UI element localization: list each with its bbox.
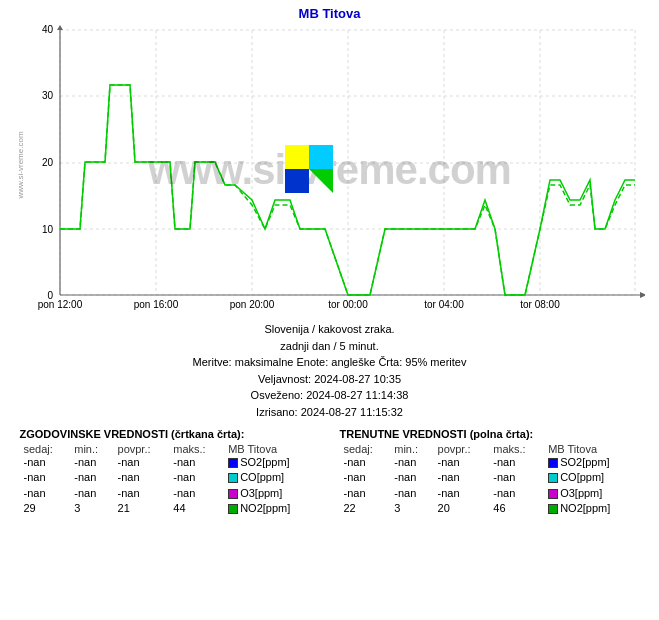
curr-label-1: CO[ppm] xyxy=(544,470,639,485)
hist-col-povpr: povpr.: xyxy=(114,443,170,455)
svg-text:40: 40 xyxy=(41,25,53,35)
curr-row-1: -nan -nan -nan -nan CO[ppm] xyxy=(340,470,640,485)
info-line-5: Osveženo: 2024-08-27 11:14:38 xyxy=(193,387,467,404)
info-line-3: Meritve: maksimalne Enote: angleške Črta… xyxy=(193,354,467,371)
info-line-6: Izrisano: 2024-08-27 11:15:32 xyxy=(193,404,467,421)
curr-min-0: -nan xyxy=(390,455,433,470)
curr-row-3: 22 3 20 46 NO2[ppm] xyxy=(340,501,640,516)
hist-min-1: -nan xyxy=(70,470,113,485)
tables-section: ZGODOVINSKE VREDNOSTI (črtkana črta): se… xyxy=(20,428,640,517)
logo-box xyxy=(285,145,333,193)
curr-color-box-0 xyxy=(548,458,558,468)
hist-min-2: -nan xyxy=(70,486,113,501)
current-table: TRENUTNE VREDNOSTI (polna črta): sedaj: … xyxy=(340,428,640,517)
hist-sedaj-0: -nan xyxy=(20,455,71,470)
hist-min-3: 3 xyxy=(70,501,113,516)
svg-text:pon 16:00: pon 16:00 xyxy=(133,299,178,310)
curr-color-box-1 xyxy=(548,473,558,483)
curr-sedaj-3: 22 xyxy=(340,501,391,516)
hist-color-box-0 xyxy=(228,458,238,468)
curr-col-povpr: povpr.: xyxy=(434,443,490,455)
hist-row-1: -nan -nan -nan -nan CO[ppm] xyxy=(20,470,320,485)
svg-text:20: 20 xyxy=(41,157,53,168)
hist-col-sedaj: sedaj: xyxy=(20,443,71,455)
info-section: Slovenija / kakovost zraka. zadnji dan /… xyxy=(193,321,467,420)
hist-povpr-0: -nan xyxy=(114,455,170,470)
svg-text:www.si-vreme.com: www.si-vreme.com xyxy=(16,131,25,199)
hist-min-0: -nan xyxy=(70,455,113,470)
curr-maks-1: -nan xyxy=(489,470,544,485)
hist-color-box-2 xyxy=(228,489,238,499)
hist-color-box-1 xyxy=(228,473,238,483)
hist-maks-0: -nan xyxy=(169,455,224,470)
curr-min-3: 3 xyxy=(390,501,433,516)
hist-label-1: CO[ppm] xyxy=(224,470,319,485)
info-line-4: Veljavnost: 2024-08-27 10:35 xyxy=(193,371,467,388)
curr-label-0: SO2[ppm] xyxy=(544,455,639,470)
svg-rect-0 xyxy=(285,145,309,169)
hist-maks-2: -nan xyxy=(169,486,224,501)
curr-sedaj-0: -nan xyxy=(340,455,391,470)
svg-marker-20 xyxy=(57,25,63,30)
curr-povpr-0: -nan xyxy=(434,455,490,470)
hist-color-box-3 xyxy=(228,504,238,514)
curr-color-box-2 xyxy=(548,489,558,499)
hist-row-3: 29 3 21 44 NO2[ppm] xyxy=(20,501,320,516)
curr-sedaj-1: -nan xyxy=(340,470,391,485)
svg-rect-2 xyxy=(285,169,309,193)
hist-col-label: MB Titova xyxy=(224,443,319,455)
info-line-1: Slovenija / kakovost zraka. xyxy=(193,321,467,338)
curr-col-label: MB Titova xyxy=(544,443,639,455)
svg-text:10: 10 xyxy=(41,224,53,235)
hist-maks-1: -nan xyxy=(169,470,224,485)
hist-sedaj-3: 29 xyxy=(20,501,71,516)
svg-text:pon 20:00: pon 20:00 xyxy=(229,299,274,310)
chart-area: www.si-vreme.com xyxy=(15,25,645,315)
chart-title: MB Titova xyxy=(299,6,361,21)
curr-povpr-3: 20 xyxy=(434,501,490,516)
hist-label-0: SO2[ppm] xyxy=(224,455,319,470)
curr-label-3: NO2[ppm] xyxy=(544,501,639,516)
hist-maks-3: 44 xyxy=(169,501,224,516)
curr-col-maks: maks.: xyxy=(489,443,544,455)
hist-label-2: O3[ppm] xyxy=(224,486,319,501)
curr-col-min: min.: xyxy=(390,443,433,455)
hist-povpr-3: 21 xyxy=(114,501,170,516)
hist-sedaj-1: -nan xyxy=(20,470,71,485)
curr-color-box-3 xyxy=(548,504,558,514)
current-table-title: TRENUTNE VREDNOSTI (polna črta): xyxy=(340,428,640,440)
historical-data-table: sedaj: min.: povpr.: maks.: MB Titova -n… xyxy=(20,443,320,517)
svg-marker-19 xyxy=(640,292,645,298)
svg-text:pon 12:00: pon 12:00 xyxy=(37,299,82,310)
main-container: MB Titova www.si-vreme.com xyxy=(0,0,659,620)
curr-maks-2: -nan xyxy=(489,486,544,501)
hist-row-2: -nan -nan -nan -nan O3[ppm] xyxy=(20,486,320,501)
curr-min-1: -nan xyxy=(390,470,433,485)
historical-table: ZGODOVINSKE VREDNOSTI (črtkana črta): se… xyxy=(20,428,320,517)
hist-col-maks: maks.: xyxy=(169,443,224,455)
info-line-2: zadnji dan / 5 minut. xyxy=(193,338,467,355)
hist-sedaj-2: -nan xyxy=(20,486,71,501)
hist-row-0: -nan -nan -nan -nan SO2[ppm] xyxy=(20,455,320,470)
hist-povpr-2: -nan xyxy=(114,486,170,501)
curr-row-0: -nan -nan -nan -nan SO2[ppm] xyxy=(340,455,640,470)
svg-rect-1 xyxy=(309,145,333,169)
curr-row-2: -nan -nan -nan -nan O3[ppm] xyxy=(340,486,640,501)
curr-col-sedaj: sedaj: xyxy=(340,443,391,455)
svg-text:tor 00:00: tor 00:00 xyxy=(328,299,368,310)
hist-label-3: NO2[ppm] xyxy=(224,501,319,516)
svg-text:tor 08:00: tor 08:00 xyxy=(520,299,560,310)
historical-table-title: ZGODOVINSKE VREDNOSTI (črtkana črta): xyxy=(20,428,320,440)
curr-povpr-1: -nan xyxy=(434,470,490,485)
svg-text:30: 30 xyxy=(41,90,53,101)
svg-marker-3 xyxy=(309,169,333,193)
current-data-table: sedaj: min.: povpr.: maks.: MB Titova -n… xyxy=(340,443,640,517)
hist-povpr-1: -nan xyxy=(114,470,170,485)
curr-sedaj-2: -nan xyxy=(340,486,391,501)
curr-min-2: -nan xyxy=(390,486,433,501)
curr-maks-3: 46 xyxy=(489,501,544,516)
svg-text:tor 04:00: tor 04:00 xyxy=(424,299,464,310)
curr-povpr-2: -nan xyxy=(434,486,490,501)
curr-maks-0: -nan xyxy=(489,455,544,470)
hist-col-min: min.: xyxy=(70,443,113,455)
